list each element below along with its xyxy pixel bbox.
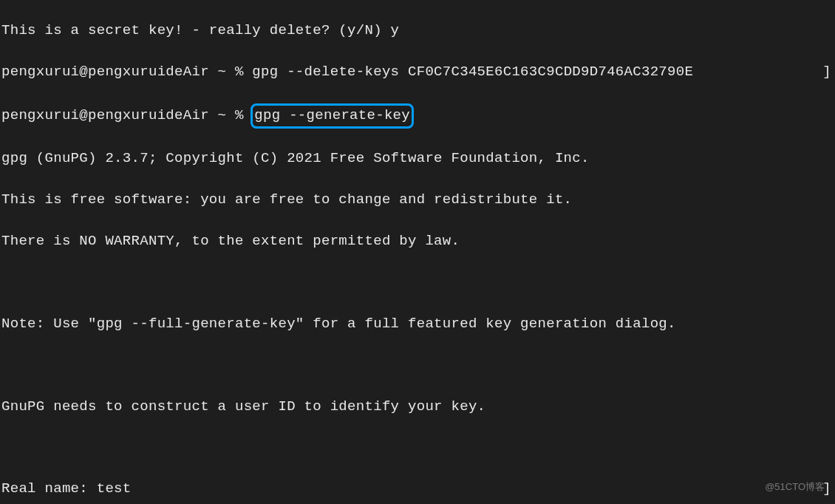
output-line: Note: Use "gpg --full-generate-key" for …	[1, 314, 834, 335]
prompt-line: pengxurui@pengxuruideAir ~ % gpg --delet…	[1, 62, 834, 83]
output-line: There is NO WARRANTY, to the extent perm…	[1, 231, 834, 252]
watermark-text: @51CTO博客	[765, 480, 825, 494]
output-line: GnuPG needs to construct a user ID to id…	[1, 397, 834, 418]
line-end-bracket: ]	[822, 62, 831, 83]
prompt-prefix: pengxurui@pengxuruideAir ~ %	[1, 64, 252, 80]
output-line	[1, 355, 834, 376]
output-line: This is free software: you are free to c…	[1, 190, 834, 211]
output-line	[1, 437, 834, 458]
output-line: This is a secret key! - really delete? (…	[1, 21, 834, 41]
highlighted-command: gpg --generate-key	[250, 103, 414, 129]
output-line: gpg (GnuPG) 2.3.7; Copyright (C) 2021 Fr…	[1, 149, 834, 169]
output-line: Real name: test]	[1, 479, 834, 500]
prompt-prefix: pengxurui@pengxuruideAir ~ %	[1, 107, 252, 123]
output-line	[1, 273, 834, 293]
prompt-line: pengxurui@pengxuruideAir ~ % gpg --gener…	[1, 103, 834, 129]
command-text: gpg --delete-keys CF0C7C345E6C163C9CDD9D…	[252, 64, 693, 80]
terminal-output[interactable]: This is a secret key! - really delete? (…	[0, 0, 835, 504]
